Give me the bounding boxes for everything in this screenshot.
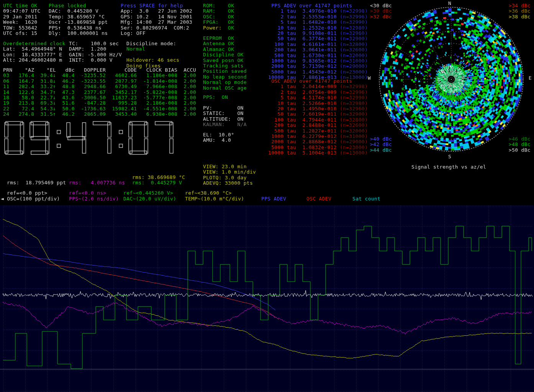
lady-heather-gpsdo-monitor: PRN °AZ °EL dBc DOPPLER CODE CLOCK BIAS …	[0, 0, 534, 392]
pps-adev-table-text: (n=31000)	[340, 58, 368, 64]
satellite-table-text: 19 213.8 69.3↓ 51.6 -847.28 995.28 2.186…	[3, 100, 196, 106]
pps-adev-table-text: 2 tau 2.5353e-010	[268, 14, 340, 20]
osc-adev-table-text: OSC ADEV over 41747 points	[268, 78, 352, 84]
system-status-text: Antenna OK	[203, 41, 234, 46]
scale-temp-text: TEMP~(10.0 m°C/div)	[185, 196, 244, 202]
ref-pps-text: ref=<0.0 ns>	[69, 190, 106, 196]
loop-params-text: INIT: 0.000 V	[69, 57, 113, 63]
discipline-info: Discipline mode:Normal Holdover: 46 secs…	[126, 41, 179, 69]
utc-status-text: Week: 1620	[3, 19, 37, 25]
oscillator-status-text: Dly: 100.000001 ns	[49, 30, 108, 36]
view-settings-text: VIEW: 23.0 min	[203, 164, 247, 169]
pps-adev-table-text: (n=32800)	[340, 41, 368, 47]
osc-adev-table-text: (n=31000)	[340, 133, 368, 139]
receiver-selftest-text: Power:	[203, 25, 228, 31]
pps-adev-table-text: 100 tau 4.6161e-011	[268, 41, 340, 47]
satellite-table-text: PRN °AZ °EL dBc DOPPLER CODE CLOCK BIAS …	[3, 67, 196, 73]
osc-adev-table-text: (n=32800)	[340, 117, 368, 123]
scale-temp: TEMP~(10.0 m°C/div)	[185, 196, 244, 202]
osc-adev-table-text: 20 tau 1.4950e-010	[268, 106, 340, 112]
system-status-text: Tracking sats	[203, 63, 244, 69]
view-settings-text: PLOTQ: 3.0 day	[203, 175, 247, 180]
osc-adev-table-text: (n=29000)	[340, 139, 368, 144]
pps-adev-table-text: (n=32998)	[340, 8, 368, 14]
ref-osc-text: ref=<0.0 ppt>	[7, 190, 48, 196]
osc-adev-table-text: (n=13000)	[340, 150, 368, 156]
polar-north-label: N	[448, 0, 451, 6]
satellite-table-text: 18 58.0 22.7↓ 43.6 -3006.50 11637.23 -5.…	[3, 95, 196, 100]
receiver-selftest-text: ROM: OK	[203, 3, 234, 8]
ref-osc: ref=<0.0 ppt>	[7, 190, 48, 196]
scale-osc-text: ◄ OSC=(100 ppt/div)	[1, 196, 60, 202]
legend-sat-count-text: Sat count	[352, 196, 380, 202]
view-settings: VIEW: 23.0 minVIEW: 1.0 min/divPLOTQ: 3.…	[203, 164, 256, 186]
legend-osc-adev-text: OSC ADEV	[306, 196, 331, 202]
utc-status-text: TOW: 553642	[3, 25, 37, 31]
version-info-text: Press SPACE for help	[121, 3, 183, 8]
scale-pps-text: PPS~(2.0 ns/div)	[69, 196, 119, 202]
rms-dac-text: rms: 0.445279 V	[132, 180, 182, 185]
discipline-info-text: Normal	[126, 46, 145, 52]
system-status-text: EEPROM OK	[203, 35, 234, 41]
satellite-table-text: 14 122.6 34.7↑ 47.3 2377.67 3452.17 -5.8…	[3, 89, 196, 95]
fix-status-text: KALMAN: N/A	[203, 121, 247, 127]
osc-adev-table-text: 2 tau 2.0754e-009	[268, 89, 340, 95]
osc-adev-table-text: (n=23000)	[340, 144, 368, 150]
discipline-info-text: Doing fixes	[126, 63, 161, 69]
receiver-selftest-text: FPGA: OK	[203, 19, 234, 25]
version-info-text: GPS: 10.2 14 Nov 2001	[121, 14, 192, 20]
pps-adev-table-text: 2000 tau 5.7139e-012	[268, 63, 340, 69]
pps-adev-table-text: 10 tau 1.2532e-010	[268, 25, 340, 31]
fix-status-text: PV: ON	[203, 105, 244, 111]
osc-adev-table-text: 200 tau 2.8488e-011	[268, 122, 340, 128]
receiver-selftest-text: RAM: OK	[203, 8, 234, 14]
system-status-text: Position saved	[203, 68, 247, 74]
fix-status-text: STATIC: ON	[203, 110, 244, 116]
oscillator-status-text: Temp: 38.659657 °C	[49, 14, 105, 20]
osc-adev-table-text: 10000 tau 5.1004e-013	[268, 150, 340, 156]
scale-pps: PPS~(2.0 ns/div)	[69, 196, 119, 202]
osc-adev-table: OSC ADEV over 41747 points 1 tau 2.0414e…	[268, 79, 368, 156]
loop-params: TC: 100.0 secDAMP: 1.200GAIN: -5.000 Hz/…	[69, 41, 122, 63]
rms-osc: rms: 18.795469 ppt	[7, 180, 66, 185]
receiver-selftest-text: OSC: OK	[203, 14, 234, 20]
utc-status-text: 09:47:07 UTC	[3, 8, 41, 14]
polar-caption: Signal strength vs az/el	[411, 164, 486, 170]
pps-adev-table-text: (n=29000)	[340, 63, 368, 69]
satellite-table-text: 03 176.4 39.4↓ 48.4 -3235.52 4602.66 1.1…	[3, 72, 196, 78]
signal-strength-polar-plot	[377, 5, 526, 154]
pps-adev-table-text: (n=32900)	[340, 36, 368, 41]
osc-adev-table-text: (n=32998)	[340, 84, 368, 89]
polar-south-label: S	[448, 154, 451, 159]
rms-osc-text: rms: 18.795469 ppt	[7, 180, 66, 185]
pps-adev-table-text: 1 tau 3.4976e-010	[268, 8, 340, 14]
pps-status: PPS: ON	[203, 95, 228, 100]
osc-adev-table-text: 10 tau 2.5266e-010	[268, 100, 340, 106]
pps-adev-table-text: (n=32600)	[340, 47, 368, 52]
pps-adev-table-text: 20 tau 9.9108e-011	[268, 30, 340, 36]
rms-pps-text: rms: 4.007736 ns	[69, 180, 125, 185]
ref-pps: ref=<0.0 ns>	[69, 190, 106, 196]
pps-adev-table-text: PPS ADEV over 41747 points	[268, 3, 352, 8]
pps-adev-table-text: (n=23000)	[340, 69, 368, 75]
discipline-info-text: Discipline mode:	[126, 41, 176, 46]
legend-sat-count: Sat count	[352, 196, 380, 202]
satellite-table-text: 11 282.4 33.2↑ 48.8 2948.66 6730.49 7.96…	[3, 84, 196, 89]
view-settings-text: ADEVQ: 33000 pts	[203, 180, 253, 186]
mask-settings: EL: 10.0°AMU: 4.0	[203, 132, 234, 143]
position-info-text: Lon: 18.4333777° E	[3, 52, 62, 57]
system-status-text: Normal op mode	[203, 79, 247, 85]
position-info-text: Overdetermined clock	[3, 41, 66, 46]
osc-adev-table-text: 500 tau 1.2827e-011	[268, 128, 340, 134]
loop-params-text: GAIN: -5.000 Hz/V	[69, 52, 122, 57]
version-info: Press SPACE for helpApp: 3.0 27 Jun 2002…	[121, 3, 192, 36]
position-info: Overdetermined clockLat: 54.4964948° NLo…	[3, 41, 66, 63]
osc-adev-table-text: (n=32996)	[340, 89, 368, 95]
receiver-selftest-text: OK	[228, 25, 234, 31]
osc-adev-table-text: 2000 tau 2.8868e-012	[268, 139, 340, 144]
loop-params-text: DAMP: 1.200	[69, 46, 106, 52]
utc-status: UTC time OK09:47:07 UTC29 Jan 2011Week: …	[3, 3, 41, 36]
scale-dac: DAC~(20.0 uV/div)	[123, 196, 176, 202]
system-status-text: Almanac OK	[203, 46, 234, 52]
osc-adev-table-text: (n=32960)	[340, 106, 368, 112]
